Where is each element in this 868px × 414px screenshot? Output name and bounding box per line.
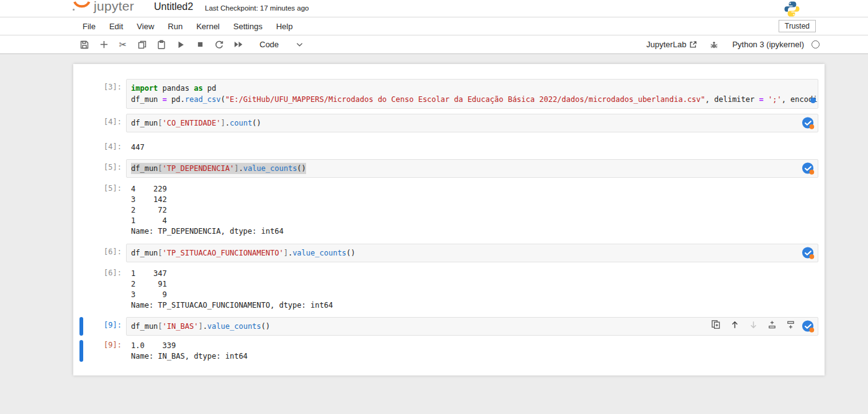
notebook-title[interactable]: Untitled2	[154, 1, 193, 12]
cell-output: 4 229 3 142 2 72 1 4 Name: TP_DEPENDENCI…	[126, 183, 818, 237]
code-content: import pandas as pddf_mun = pd.read_csv(…	[131, 83, 813, 105]
notebook-scroll-area: [3]: import pandas as pddf_mun = pd.read…	[0, 54, 868, 414]
input-prompt: [9]:	[83, 317, 126, 336]
menu-settings[interactable]: Settings	[227, 22, 269, 31]
paste-cells-button[interactable]	[156, 39, 167, 50]
cell-type-dropdown[interactable]: Code	[260, 40, 303, 49]
copy-cells-button[interactable]	[137, 39, 148, 50]
toolbar-right-group: JupyterLab Python 3 (ipykernel)	[646, 40, 820, 49]
checkpoint-status: Last Checkpoint: 17 minutes ago	[205, 4, 309, 12]
editor-extension-check-icon[interactable]	[802, 247, 815, 260]
kernel-name[interactable]: Python 3 (ipykernel)	[732, 40, 804, 49]
input-prompt: [5]:	[83, 159, 126, 178]
interrupt-kernel-button[interactable]	[194, 39, 206, 50]
duplicate-cell-button[interactable]	[711, 320, 721, 329]
output-prompt: [4]:	[83, 142, 126, 153]
output-prompt: [9]:	[83, 340, 126, 362]
editor-extension-check-icon[interactable]	[802, 117, 815, 130]
output-prompt: [6]:	[83, 268, 126, 311]
restart-kernel-button[interactable]	[214, 39, 225, 50]
code-cell-6: [6]: df_mun['TP_SITUACAO_FUNCIONAMENTO']…	[73, 244, 818, 262]
code-editor[interactable]: import pandas as pddf_mun = pd.read_csv(…	[126, 79, 818, 109]
menu-view[interactable]: View	[130, 22, 161, 31]
editor-extension-check-icon[interactable]	[802, 162, 815, 175]
code-editor[interactable]: df_mun['TP_SITUACAO_FUNCIONAMENTO'].valu…	[126, 244, 818, 262]
code-cell-3: [3]: import pandas as pddf_mun = pd.read…	[73, 79, 818, 109]
code-content: df_mun['CO_ENTIDADE'].count()	[131, 117, 813, 129]
cell-hover-toolbar	[702, 320, 795, 329]
python-kernel-logo-icon	[784, 1, 800, 17]
menu-kernel[interactable]: Kernel	[189, 22, 227, 31]
bug-icon	[710, 40, 718, 49]
code-cell-5: [5]: df_mun['TP_DEPENDENCIA'].value_coun…	[73, 159, 818, 178]
jupyterlab-label: JupyterLab	[646, 40, 686, 49]
code-content-selected: df_mun['TP_DEPENDENCIA'].value_counts()	[131, 163, 813, 174]
trusted-badge[interactable]: Trusted	[779, 20, 816, 32]
cell-output: 447	[126, 142, 818, 153]
code-cell-9-active: [9]: df_mun['IN_BAS'].value_counts()	[73, 317, 818, 336]
editor-extension-dot-icon	[810, 98, 816, 103]
external-link-icon	[689, 40, 697, 48]
input-prompt: [4]:	[83, 114, 126, 132]
cut-cells-button[interactable]: ✂	[117, 39, 129, 50]
notebook-panel: [3]: import pandas as pddf_mun = pd.read…	[73, 64, 825, 375]
scissors-icon: ✂	[119, 40, 127, 49]
input-prompt: [3]:	[83, 79, 126, 109]
move-cell-up-button[interactable]	[730, 320, 739, 329]
code-editor[interactable]: df_mun['CO_ENTIDADE'].count()	[126, 114, 818, 132]
cell-type-value: Code	[260, 40, 279, 49]
code-content: df_mun['TP_SITUACAO_FUNCIONAMENTO'].valu…	[131, 247, 813, 259]
notebook-toolbar: ✂ Code JupyterLab	[0, 35, 868, 54]
insert-cell-button[interactable]	[98, 39, 109, 50]
jupyter-logo-icon[interactable]	[72, 0, 92, 14]
code-editor[interactable]: df_mun['IN_BAS'].value_counts()	[126, 317, 818, 336]
menu-help[interactable]: Help	[269, 22, 300, 31]
cell-output: 1 347 2 91 3 9 Name: TP_SITUACAO_FUNCION…	[126, 268, 818, 311]
output-cell-6: [6]: 1 347 2 91 3 9 Name: TP_SITUACAO_FU…	[73, 268, 818, 311]
code-cell-4: [4]: df_mun['CO_ENTIDADE'].count()	[73, 114, 818, 132]
output-cell-4: [4]: 447	[73, 142, 818, 153]
menu-edit[interactable]: Edit	[102, 22, 130, 31]
restart-run-all-button[interactable]	[233, 39, 244, 50]
cell-output: 1.0 339 Name: IN_BAS, dtype: int64	[126, 340, 818, 362]
insert-cell-below-button[interactable]	[785, 320, 795, 329]
save-button[interactable]	[79, 39, 90, 50]
move-cell-down-button[interactable]	[748, 320, 758, 329]
output-cell-9-active: [9]: 1.0 339 Name: IN_BAS, dtype: int64	[73, 340, 818, 362]
debugger-button[interactable]	[710, 40, 718, 49]
menu-bar: File Edit View Run Kernel Settings Help …	[0, 17, 868, 35]
insert-cell-above-button[interactable]	[767, 320, 777, 329]
open-in-jupyterlab-link[interactable]: JupyterLab	[646, 40, 697, 49]
input-prompt: [6]:	[83, 244, 126, 262]
editor-extension-check-icon[interactable]	[802, 320, 815, 333]
output-prompt: [5]:	[83, 183, 126, 237]
output-cell-5: [5]: 4 229 3 142 2 72 1 4 Name: TP_DEPEN…	[73, 183, 818, 237]
menu-run[interactable]: Run	[161, 22, 189, 31]
jupyter-logo-text: jupyter	[94, 0, 134, 14]
kernel-status-icon	[811, 40, 820, 48]
code-editor[interactable]: df_mun['TP_DEPENDENCIA'].value_counts()	[126, 159, 818, 178]
run-cell-button[interactable]	[175, 39, 186, 50]
notebook-header: jupyter Untitled2 Last Checkpoint: 17 mi…	[0, 0, 868, 17]
chevron-down-icon	[296, 42, 303, 47]
menu-file[interactable]: File	[76, 22, 102, 31]
